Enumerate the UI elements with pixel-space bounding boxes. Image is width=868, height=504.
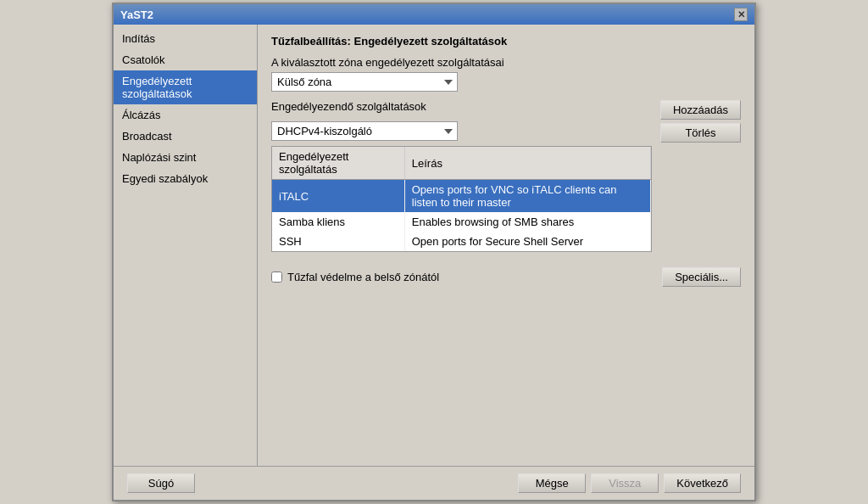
sidebar-item-egyedi[interactable]: Egyedi szabályok xyxy=(114,168,257,189)
firewall-checkbox[interactable] xyxy=(271,272,282,283)
services-section: Engedélyezendő szolgáltatások DHCPv4-kis… xyxy=(271,100,741,252)
sidebar-item-broadcast[interactable]: Broadcast xyxy=(114,126,257,147)
special-button[interactable]: Speciális... xyxy=(662,267,741,287)
window-title: YaST2 xyxy=(120,8,153,21)
services-table-container: Engedélyezett szolgáltatás Leírás iTALCO… xyxy=(271,146,652,252)
firewall-checkbox-label: Tűzfal védelme a belső zónától xyxy=(287,271,439,283)
footer: Súgó Mégse Vissza Következő xyxy=(114,466,754,500)
service-dropdown-row: DHCPv4-kiszolgálóDHCPv6-kiszolgálóDNS sz… xyxy=(271,121,652,141)
zone-label: A kiválasztott zóna engedélyezett szolgá… xyxy=(271,56,741,69)
cancel-button[interactable]: Mégse xyxy=(518,473,586,493)
col-service: Engedélyezett szolgáltatás xyxy=(272,147,404,180)
titlebar: YaST2 ✕ xyxy=(114,4,754,25)
sidebar-item-inditas[interactable]: Indítás xyxy=(114,28,257,49)
services-label: Engedélyezendő szolgáltatások xyxy=(271,100,652,113)
sidebar: IndításCsatolókEngedélyezett szolgáltatá… xyxy=(114,25,258,466)
next-button[interactable]: Következő xyxy=(664,473,741,493)
zone-dropdown-row: Külső zónaBelső zónaDMZ zóna xyxy=(271,72,741,92)
sidebar-item-naplozasi[interactable]: Naplózási szint xyxy=(114,147,257,168)
main-window: YaST2 ✕ IndításCsatolókEngedélyezett szo… xyxy=(112,3,756,501)
firewall-checkbox-row: Tűzfal védelme a belső zónától xyxy=(271,271,439,283)
bottom-row: Tűzfal védelme a belső zónától Speciális… xyxy=(271,260,741,290)
main-panel: Tűzfalbeállítás: Engedélyezett szolgálta… xyxy=(258,25,754,466)
footer-right: Mégse Vissza Következő xyxy=(518,473,741,493)
help-button[interactable]: Súgó xyxy=(127,473,195,493)
services-left: Engedélyezendő szolgáltatások DHCPv4-kis… xyxy=(271,100,652,252)
table-row[interactable]: SSHOpen ports for Secure Shell Server xyxy=(272,232,650,251)
table-row[interactable]: Samba kliensEnables browsing of SMB shar… xyxy=(272,212,650,232)
service-select[interactable]: DHCPv4-kiszolgálóDHCPv6-kiszolgálóDNS sz… xyxy=(271,121,458,141)
add-button[interactable]: Hozzáadás xyxy=(660,100,741,120)
back-button[interactable]: Vissza xyxy=(591,473,659,493)
sidebar-item-engedelyezett[interactable]: Engedélyezett szolgáltatások xyxy=(114,70,257,104)
services-table: Engedélyezett szolgáltatás Leírás iTALCO… xyxy=(272,147,651,251)
sidebar-item-csatolok[interactable]: Csatolók xyxy=(114,49,257,70)
table-row[interactable]: iTALCOpens ports for VNC so iTALC client… xyxy=(272,180,650,213)
page-title: Tűzfalbeállítás: Engedélyezett szolgálta… xyxy=(271,35,741,48)
close-button[interactable]: ✕ xyxy=(734,8,748,21)
zone-section: A kiválasztott zóna engedélyezett szolgá… xyxy=(271,56,741,92)
zone-select[interactable]: Külső zónaBelső zónaDMZ zóna xyxy=(271,72,458,92)
services-right: Hozzáadás Törlés xyxy=(660,100,741,143)
content-area: IndításCsatolókEngedélyezett szolgáltatá… xyxy=(114,25,754,466)
col-description: Leírás xyxy=(404,147,650,180)
sidebar-item-alcazas[interactable]: Álcázás xyxy=(114,104,257,126)
delete-button[interactable]: Törlés xyxy=(660,123,741,143)
